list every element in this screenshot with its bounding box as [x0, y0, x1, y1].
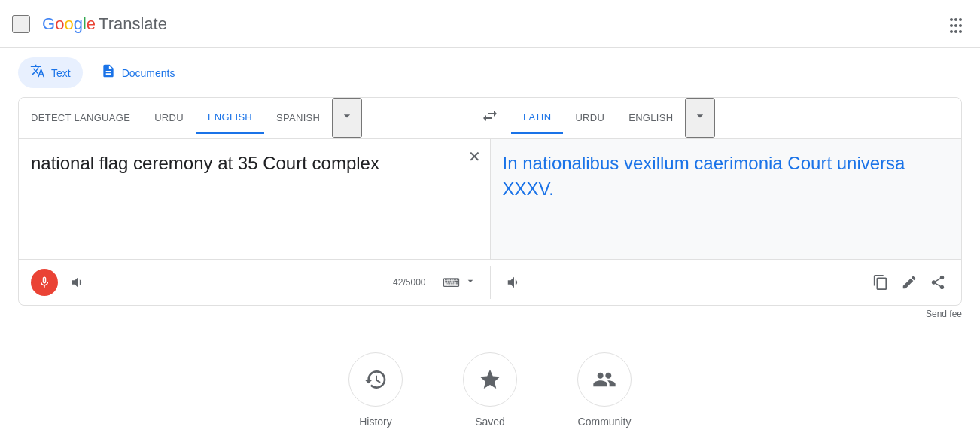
char-count: 42/5000 — [393, 277, 425, 288]
saved-item[interactable]: Saved — [463, 352, 517, 428]
saved-label: Saved — [475, 416, 505, 428]
documents-tab[interactable]: Documents — [89, 57, 187, 88]
bottom-nav: History Saved Community — [0, 322, 980, 439]
swap-languages-btn[interactable] — [469, 98, 511, 138]
keyboard-dropdown: ⌨ — [441, 273, 478, 291]
translate-container: DETECT LANGUAGE URDU ENGLISH SPANISH LAT… — [18, 97, 962, 306]
community-circle — [577, 352, 632, 407]
saved-circle — [463, 352, 517, 407]
edit-button[interactable] — [898, 271, 921, 294]
apps-button[interactable] — [944, 12, 968, 36]
copy-button[interactable] — [869, 271, 892, 294]
logo: Google Translate — [42, 14, 167, 34]
target-tts-button[interactable] — [503, 271, 525, 294]
source-input[interactable] — [31, 151, 478, 227]
target-panel: In nationalibus vexillum caerimonia Cour… — [491, 139, 962, 259]
star-icon — [478, 367, 502, 392]
target-action-buttons — [869, 271, 949, 294]
source-panel: ✕ — [19, 139, 491, 259]
target-more-languages-btn[interactable] — [685, 98, 715, 138]
source-urdu-btn[interactable]: URDU — [142, 103, 196, 133]
target-latin-btn[interactable]: LATIN — [511, 102, 563, 134]
logo-google: Google — [42, 14, 96, 34]
translation-output: In nationalibus vexillum caerimonia Cour… — [503, 151, 950, 211]
documents-tab-label: Documents — [122, 67, 175, 79]
target-english-btn[interactable]: ENGLISH — [616, 103, 685, 133]
community-item[interactable]: Community — [577, 352, 632, 428]
translation-panels: ✕ In nationalibus vexillum caerimonia Co… — [19, 139, 961, 259]
source-lang-bar: DETECT LANGUAGE URDU ENGLISH SPANISH — [19, 98, 469, 138]
send-feedback-link[interactable]: Send fee — [926, 309, 962, 319]
target-footer — [491, 268, 950, 297]
detect-language-btn[interactable]: DETECT LANGUAGE — [19, 103, 142, 133]
source-more-languages-btn[interactable] — [332, 98, 362, 138]
text-tab[interactable]: Text — [18, 57, 83, 88]
history-circle — [348, 352, 403, 407]
community-label: Community — [578, 416, 632, 428]
clear-button[interactable]: ✕ — [468, 148, 481, 166]
panel-footer: 42/5000 ⌨ — [19, 259, 961, 305]
logo-translate: Translate — [99, 14, 167, 34]
send-feedback: Send fee — [0, 306, 980, 322]
source-spanish-btn[interactable]: SPANISH — [264, 103, 332, 133]
text-tab-label: Text — [51, 67, 71, 79]
source-tts-button[interactable] — [67, 271, 90, 294]
target-lang-bar: LATIN URDU ENGLISH — [511, 98, 961, 138]
target-urdu-btn[interactable]: URDU — [563, 103, 616, 133]
keyboard-button[interactable]: ⌨ — [441, 274, 461, 291]
document-icon — [101, 63, 116, 82]
community-icon — [592, 367, 616, 392]
header-left: Google Translate — [12, 14, 167, 34]
language-bar: DETECT LANGUAGE URDU ENGLISH SPANISH LAT… — [19, 98, 961, 139]
source-footer: 42/5000 ⌨ — [31, 266, 491, 299]
history-icon — [364, 367, 388, 392]
mode-tabs: Text Documents — [0, 48, 980, 97]
share-button[interactable] — [927, 271, 949, 294]
microphone-button[interactable] — [31, 269, 58, 296]
history-label: History — [359, 416, 392, 428]
menu-button[interactable] — [12, 15, 30, 33]
translate-icon — [30, 63, 45, 82]
source-english-btn[interactable]: ENGLISH — [196, 102, 264, 134]
header: Google Translate — [0, 0, 980, 48]
keyboard-chevron[interactable] — [463, 273, 478, 291]
history-item[interactable]: History — [348, 352, 403, 428]
